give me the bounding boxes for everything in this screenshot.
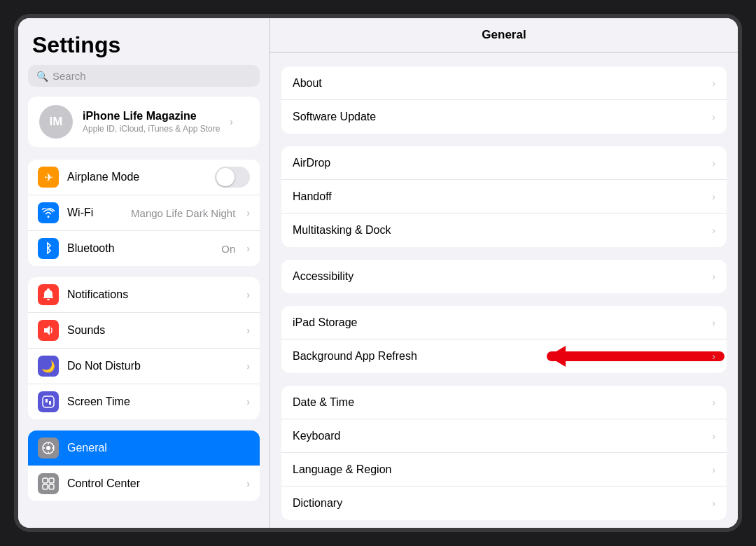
ipad-screen: Settings 🔍 Search IM iPhone Life Magazin…	[18, 18, 738, 528]
screen-time-icon	[38, 391, 59, 412]
keyboard-label: Keyboard	[293, 430, 712, 442]
sidebar: Settings 🔍 Search IM iPhone Life Magazin…	[18, 18, 270, 528]
profile-subtitle: Apple ID, iCloud, iTunes & App Store	[83, 124, 220, 134]
airplane-mode-toggle[interactable]	[215, 167, 250, 188]
screen-time-chevron: ›	[246, 396, 250, 407]
bluetooth-icon: ᛒ	[38, 238, 59, 259]
software-update-label: Software Update	[293, 111, 712, 123]
background-app-refresh-chevron: ›	[712, 351, 715, 362]
sidebar-item-sounds[interactable]: Sounds ›	[28, 313, 260, 349]
sidebar-item-notifications[interactable]: Notifications ›	[28, 277, 260, 313]
search-icon: 🔍	[36, 71, 48, 82]
right-group-4: iPad Storage › Background App Refresh ›	[281, 306, 727, 373]
background-app-refresh-label: Background App Refresh	[293, 350, 712, 363]
multitasking-chevron: ›	[712, 225, 715, 236]
keyboard-chevron: ›	[712, 430, 715, 442]
date-time-label: Date & Time	[293, 396, 712, 409]
profile-name: iPhone Life Magazine	[83, 110, 220, 122]
language-region-chevron: ›	[712, 464, 715, 475]
wifi-chevron: ›	[246, 207, 250, 218]
accessibility-chevron: ›	[712, 271, 715, 282]
general-icon	[38, 438, 59, 458]
sidebar-item-control-center[interactable]: Control Center ›	[28, 466, 260, 501]
general-group: General Control Center ›	[28, 430, 260, 501]
right-group-1: About › Software Update ›	[281, 66, 727, 134]
sidebar-item-bluetooth[interactable]: ᛒ Bluetooth On ›	[28, 231, 260, 266]
airplane-mode-icon: ✈	[38, 167, 59, 188]
profile-info: iPhone Life Magazine Apple ID, iCloud, i…	[83, 110, 220, 134]
right-item-keyboard[interactable]: Keyboard ›	[281, 419, 727, 453]
connectivity-group: ✈ Airplane Mode	[28, 160, 260, 266]
search-bar[interactable]: 🔍 Search	[28, 65, 260, 87]
ipad-storage-label: iPad Storage	[293, 316, 712, 329]
profile-section[interactable]: IM iPhone Life Magazine Apple ID, iCloud…	[28, 97, 260, 147]
bluetooth-chevron: ›	[246, 243, 250, 254]
svg-point-3	[46, 446, 50, 450]
control-center-icon	[38, 473, 59, 494]
airdrop-chevron: ›	[712, 158, 715, 169]
svg-rect-5	[49, 478, 54, 483]
multitasking-label: Multitasking & Dock	[293, 224, 712, 237]
general-label: General	[67, 442, 250, 454]
sounds-icon	[38, 320, 59, 341]
airplane-mode-label: Airplane Mode	[67, 171, 206, 183]
do-not-disturb-label: Do Not Disturb	[67, 360, 238, 372]
right-item-date-time[interactable]: Date & Time ›	[281, 386, 727, 419]
notifications-label: Notifications	[67, 288, 238, 301]
dictionary-label: Dictionary	[293, 497, 712, 510]
search-placeholder: Search	[52, 70, 86, 82]
wifi-value: Mango Life Dark Night	[131, 207, 235, 219]
handoff-label: Handoff	[293, 190, 712, 203]
svg-rect-4	[43, 478, 48, 483]
do-not-disturb-icon: 🌙	[38, 356, 59, 377]
avatar: IM	[39, 105, 73, 139]
sounds-label: Sounds	[67, 324, 238, 337]
profile-chevron: ›	[230, 116, 233, 127]
dnd-chevron: ›	[246, 360, 250, 372]
ipad-storage-chevron: ›	[712, 317, 715, 328]
right-group-2: AirDrop › Handoff › Multitasking & Dock …	[281, 146, 727, 247]
sidebar-item-screen-time[interactable]: Screen Time ›	[28, 384, 260, 419]
airdrop-label: AirDrop	[293, 157, 712, 169]
language-region-label: Language & Region	[293, 463, 712, 476]
notifications-icon	[38, 284, 59, 305]
sidebar-item-do-not-disturb[interactable]: 🌙 Do Not Disturb ›	[28, 349, 260, 384]
control-center-chevron: ›	[246, 478, 250, 489]
right-panel: General About › Software Update ›	[270, 18, 738, 528]
svg-rect-1	[43, 396, 54, 407]
right-item-about[interactable]: About ›	[281, 66, 727, 100]
sidebar-item-wifi[interactable]: Wi-Fi Mango Life Dark Night ›	[28, 195, 260, 231]
right-item-airdrop[interactable]: AirDrop ›	[281, 146, 727, 180]
about-label: About	[293, 77, 712, 90]
wifi-label: Wi-Fi	[67, 206, 122, 219]
right-item-background-app-refresh[interactable]: Background App Refresh ›	[281, 340, 727, 373]
bluetooth-label: Bluetooth	[67, 242, 213, 255]
sidebar-item-general[interactable]: General	[28, 430, 260, 466]
handoff-chevron: ›	[712, 191, 715, 202]
screen-time-label: Screen Time	[67, 396, 238, 408]
right-item-language-region[interactable]: Language & Region ›	[281, 453, 727, 486]
toggle-knob	[216, 168, 234, 186]
date-time-chevron: ›	[712, 397, 715, 408]
svg-rect-7	[49, 484, 54, 489]
right-panel-header: General	[270, 18, 738, 52]
right-item-software-update[interactable]: Software Update ›	[281, 100, 727, 134]
right-content: About › Software Update › AirDrop ›	[270, 52, 738, 528]
right-item-ipad-storage[interactable]: iPad Storage ›	[281, 306, 727, 340]
right-item-handoff[interactable]: Handoff ›	[281, 180, 727, 214]
sidebar-item-airplane-mode[interactable]: ✈ Airplane Mode	[28, 160, 260, 195]
bluetooth-value: On	[221, 243, 235, 255]
notifications-chevron: ›	[246, 289, 250, 300]
right-item-dictionary[interactable]: Dictionary ›	[281, 486, 727, 520]
about-chevron: ›	[712, 78, 715, 89]
settings-title: Settings	[18, 18, 270, 65]
right-group-3: Accessibility ›	[281, 260, 727, 293]
ipad-frame: Settings 🔍 Search IM iPhone Life Magazin…	[14, 14, 742, 532]
sounds-chevron: ›	[246, 325, 250, 336]
right-item-multitasking[interactable]: Multitasking & Dock ›	[281, 214, 727, 247]
dictionary-chevron: ›	[712, 498, 715, 509]
accessibility-label: Accessibility	[293, 270, 712, 283]
right-item-accessibility[interactable]: Accessibility ›	[281, 260, 727, 293]
svg-marker-0	[44, 326, 50, 335]
control-center-label: Control Center	[67, 477, 238, 490]
